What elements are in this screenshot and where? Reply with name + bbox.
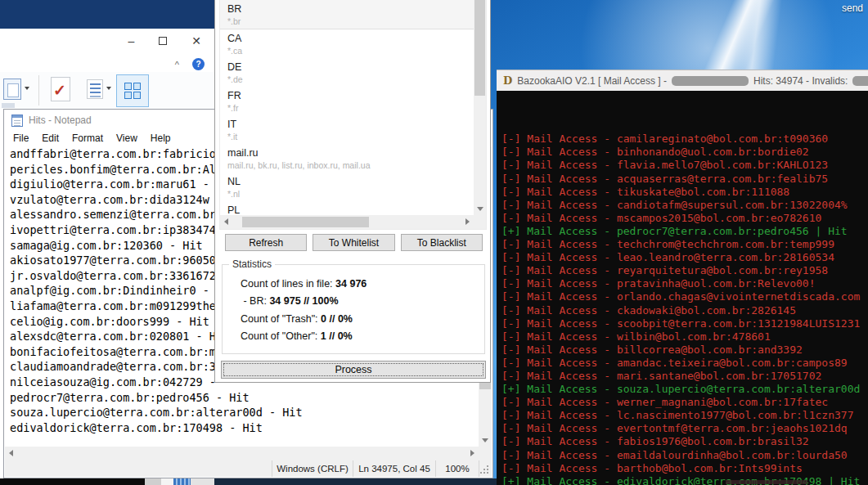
filter-list: BR*.brCA*.caDE*.deFR*.frIT*.itmail.rumai… <box>220 0 474 215</box>
filter-item-br[interactable]: BR*.br <box>220 0 474 29</box>
console-output[interactable]: [-] Mail Access - camilareginato@bol.com… <box>497 91 868 485</box>
filter-item-domains: *.ca <box>227 46 474 56</box>
list-vertical-scrollbar[interactable] <box>474 0 486 215</box>
filter-item-de[interactable]: DE*.de <box>220 58 474 87</box>
notepad-line: souza.lupercio@terra.com.br:alterar00d -… <box>10 405 478 420</box>
statistic-row: - BR: 34 975 // 100% <box>241 293 484 310</box>
scroll-right-icon[interactable] <box>465 218 470 225</box>
resize-grip[interactable] <box>479 460 492 477</box>
statusbar-spacer <box>5 460 272 477</box>
statistic-value: 1 // 0% <box>321 330 353 342</box>
scroll-down-icon[interactable] <box>482 438 488 442</box>
console-line: [-] Mail Access - fabios1976@bol.com.br:… <box>501 435 868 448</box>
list-icon[interactable] <box>87 79 103 99</box>
clipboard-icon[interactable] <box>3 79 21 100</box>
close-icon[interactable]: ✕ <box>191 34 201 47</box>
statistics-rows: Count of lines in file: 34 976 - BR: 34 … <box>241 276 484 345</box>
statistic-label: Count of "Other": <box>241 330 321 342</box>
console-line: [-] Mail Access - werner_magnani@bol.com… <box>501 396 868 409</box>
console-line: [-] Mail Access - acquaserras@terra.com.… <box>501 173 868 186</box>
notepad-line: pedrocr7@terra.com.br:pedro456 - Hit <box>10 390 478 406</box>
to-blacklist-button[interactable]: To Blacklist <box>401 234 483 251</box>
screen: send – ✕ ^ ? <box>0 0 868 485</box>
statistics-title: Statistics <box>229 258 275 270</box>
filter-item-label: BR <box>227 2 474 16</box>
filter-item-nl[interactable]: NL*.nl <box>220 173 474 201</box>
filter-item-ca[interactable]: CA*.ca <box>220 29 474 58</box>
console-line: [+] Mail Access - edivaldorick@terra.com… <box>501 475 868 485</box>
maximize-icon[interactable] <box>159 37 167 45</box>
scrollbar-corner <box>474 215 486 229</box>
filter-item-label: PL <box>227 204 474 215</box>
console-line: [-] Mail Access - techchrom@techchrom.co… <box>501 238 868 251</box>
taskbar-segment <box>145 478 161 485</box>
filter-item-domains: mail.ru, bk.ru, list.ru, inbox.ru, mail.… <box>227 160 474 171</box>
filter-item-pl[interactable]: PL*.pl <box>220 201 474 215</box>
filter-item-domains: *.fr <box>227 103 474 114</box>
process-button[interactable]: Process <box>221 361 486 379</box>
taskbar-segment <box>173 478 191 485</box>
collapse-ribbon-icon[interactable]: ^ <box>175 60 179 70</box>
filter-item-label: DE <box>227 61 474 74</box>
console-line: [-] Mail Access - tikuskate@bol.com.br:1… <box>501 186 868 199</box>
notepad-line: edivaldorick@terra.com.br:170498 - Hit <box>10 420 478 436</box>
filter-item-label: IT <box>227 118 474 131</box>
list-horizontal-scrollbar[interactable] <box>220 215 474 229</box>
chevron-down-icon[interactable] <box>106 87 111 90</box>
background-window-controls: – ✕ <box>128 34 201 47</box>
notepad-icon <box>11 115 23 127</box>
menu-help[interactable]: Help <box>144 131 178 146</box>
scroll-right-icon[interactable] <box>470 450 474 456</box>
console-line: [-] Mail Access - pratavinha@uol.com.br:… <box>501 277 868 290</box>
scrollbar-thumb[interactable] <box>242 217 369 227</box>
console-line: [-] Mail Access - emaildalourdinha@bol.c… <box>501 449 868 462</box>
console-line: [-] Mail Access - barthob@bol.com.br:Int… <box>501 462 868 475</box>
redaction-scribble <box>672 76 749 86</box>
statusbar-cursor-position: Ln 34975, Col 45 <box>353 460 435 477</box>
help-icon[interactable]: ? <box>192 58 205 70</box>
scrollbar-corner <box>479 447 492 460</box>
console-window: D BazookaAIO V2.1 [ Mail Access ] - Hits… <box>497 70 868 485</box>
statistic-row: Count of "Other": 1 // 0% <box>241 328 484 345</box>
console-line: [-] Mail Access - amandac.teixeira@bol.c… <box>501 357 868 370</box>
chevron-down-icon[interactable] <box>25 87 29 90</box>
filter-item-label: NL <box>227 175 474 188</box>
statistic-row: Count of "Trash": 0 // 0% <box>241 311 484 328</box>
console-line: [-] Mail Access - leao.leandro@terra.com… <box>501 251 868 264</box>
console-title-hits: Hits: 34974 - Invalids: <box>753 75 848 87</box>
filter-item-mailru[interactable]: mail.rumail.ru, bk.ru, list.ru, inbox.ru… <box>220 144 474 173</box>
scroll-left-icon[interactable] <box>224 218 228 225</box>
filter-item-fr[interactable]: FR*.fr <box>220 87 474 115</box>
menu-edit[interactable]: Edit <box>35 131 65 146</box>
country-filter-listbox: BR*.brCA*.caDE*.deFR*.frIT*.itmail.rumai… <box>219 0 487 230</box>
to-whitelist-button[interactable]: To Whitelist <box>313 234 394 251</box>
statistic-value: 34 975 // 100% <box>269 295 338 307</box>
refresh-button[interactable]: Refresh <box>225 234 307 251</box>
console-line: [-] Mail Access - lc.nascimento1977@bol.… <box>501 409 868 422</box>
filter-item-it[interactable]: IT*.it <box>220 115 474 144</box>
filter-item-label: FR <box>227 89 474 102</box>
console-titlebar[interactable]: D BazookaAIO V2.1 [ Mail Access ] - Hits… <box>497 70 868 91</box>
scroll-down-icon[interactable] <box>477 207 483 211</box>
console-line: [-] Mail Access - evertontmf@terra.com.b… <box>501 422 868 435</box>
scroll-left-icon[interactable] <box>9 450 13 456</box>
filter-item-domains: *.nl <box>227 189 474 200</box>
console-line: [+] Mail Access - souza.lupercio@terra.c… <box>501 383 868 396</box>
notepad-title: Hits - Notepad <box>29 115 92 126</box>
filter-buttons-row: Refresh To Whitelist To Blacklist <box>225 234 483 251</box>
menu-file[interactable]: File <box>7 131 35 146</box>
desktop-icon-label[interactable]: send <box>842 2 863 14</box>
taskbar-segment <box>161 478 173 485</box>
grid-view-button[interactable] <box>116 74 149 107</box>
partial-toolbar-icon <box>2 103 15 108</box>
menu-view[interactable]: View <box>110 131 144 146</box>
statistic-label: Count of lines in file: <box>241 278 335 290</box>
statistic-label: Count of "Trash": <box>241 313 321 325</box>
check-document-icon[interactable] <box>51 77 70 101</box>
menu-format[interactable]: Format <box>65 131 110 146</box>
notepad-horizontal-scrollbar[interactable] <box>5 447 479 460</box>
toolbar-divider <box>38 75 39 106</box>
scrollbar-thumb[interactable] <box>474 0 485 96</box>
minimize-icon[interactable]: – <box>128 34 134 47</box>
statistic-row: Count of lines in file: 34 976 <box>241 276 484 293</box>
